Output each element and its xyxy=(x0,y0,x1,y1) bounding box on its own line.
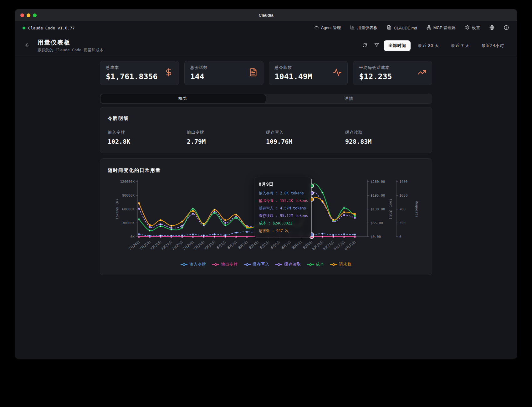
svg-text:$0.00: $0.00 xyxy=(371,235,381,239)
token-breakdown-card: 令牌明细 输入令牌 102.8K 输出令牌 2.79M 缓存写入 109.76M… xyxy=(100,107,432,153)
svg-text:8月5日: 8月5日 xyxy=(259,240,270,250)
stat-label: 平均每会话成本 xyxy=(359,65,392,70)
app-brand: Claude Code v1.0.77 xyxy=(23,26,75,30)
stat-value: $12.235 xyxy=(359,72,392,81)
stat-card-avg-cost-per-session: 平均每会话成本 $12.235 xyxy=(353,61,432,85)
refresh-button[interactable] xyxy=(360,41,369,50)
stat-value: $1,761.8356 xyxy=(106,72,158,81)
svg-text:$130.00: $130.00 xyxy=(371,207,385,211)
page-subtitle: 跟踪您的 Claude Code 用量和成本 xyxy=(38,48,103,53)
svg-text:350: 350 xyxy=(399,221,406,225)
filter-all-time[interactable]: 全部时间 xyxy=(384,40,411,51)
svg-text:30000K: 30000K xyxy=(122,221,135,225)
svg-text:7月31日: 7月31日 xyxy=(203,240,216,251)
back-button[interactable] xyxy=(23,41,32,50)
bar-chart-icon xyxy=(350,25,355,31)
page-title: 用量仪表板 xyxy=(38,39,103,47)
legend-item: 输出令牌 xyxy=(212,262,238,267)
svg-text:$260.00: $260.00 xyxy=(371,180,385,184)
info-icon xyxy=(504,25,509,31)
svg-text:60000K: 60000K xyxy=(122,207,135,211)
filter-button[interactable] xyxy=(372,41,381,50)
refresh-icon xyxy=(362,43,367,49)
trending-up-icon xyxy=(417,68,426,78)
nav-agent-manager[interactable]: Agent 管理 xyxy=(314,25,341,31)
nav-mcp-manager[interactable]: MCP 管理器 xyxy=(427,25,456,31)
token-item-output: 输出令牌 2.79M xyxy=(187,130,266,145)
arrow-left-icon xyxy=(24,42,30,49)
filter-last-7-days[interactable]: 最近 7 天 xyxy=(446,40,474,51)
activity-icon xyxy=(333,68,342,78)
svg-text:1050: 1050 xyxy=(399,193,408,198)
svg-text:8月12日: 8月12日 xyxy=(333,240,346,251)
tab-details[interactable]: 详情 xyxy=(266,94,432,103)
svg-text:8月10日: 8月10日 xyxy=(311,240,324,251)
svg-text:7月25日: 7月25日 xyxy=(139,240,151,251)
tooltip-row: 输入令牌 : 2.8K tokens xyxy=(259,191,306,196)
svg-text:90000K: 90000K xyxy=(122,193,135,198)
stat-card-total-sessions: 总会话数 144 xyxy=(184,61,263,85)
stat-label: 总令牌数 xyxy=(275,65,312,70)
svg-text:0: 0 xyxy=(399,235,402,239)
stat-label: 总会话数 xyxy=(190,65,208,70)
filter-last-24-hours[interactable]: 最近24小时 xyxy=(477,40,509,51)
svg-text:7月29日: 7月29日 xyxy=(182,240,195,251)
svg-text:Requests: Requests xyxy=(415,201,419,218)
svg-text:Tokens (K): Tokens (K) xyxy=(115,199,119,219)
filter-last-30-days[interactable]: 最近 30 天 xyxy=(413,40,444,51)
svg-text:8月8日: 8月8日 xyxy=(292,240,303,250)
svg-text:8月7日: 8月7日 xyxy=(281,240,292,250)
brand-version: Claude Code v1.0.77 xyxy=(28,26,75,30)
svg-text:0K: 0K xyxy=(130,235,135,239)
svg-text:8月4日: 8月4日 xyxy=(248,240,260,250)
chart-legend: 输入令牌输出令牌缓存写入缓存读取成本请求数 xyxy=(108,262,424,267)
svg-text:7月28日: 7月28日 xyxy=(171,240,184,251)
svg-text:8月11日: 8月11日 xyxy=(322,240,335,251)
svg-text:8月3日: 8月3日 xyxy=(238,240,249,250)
chart-title: 随时间变化的日常用量 xyxy=(108,167,424,173)
token-item-cache-write: 缓存写入 109.76M xyxy=(266,130,345,145)
tooltip-row: 输出令牌 : 155.3K tokens xyxy=(259,198,306,204)
legend-item: 成本 xyxy=(307,262,324,267)
legend-item: 缓存写入 xyxy=(243,262,269,267)
app-window: Claudia Claude Code v1.0.77 Agent 管理 用量仪… xyxy=(15,9,517,358)
nav-claude-md[interactable]: CLAUDE.md xyxy=(387,25,417,31)
globe-icon xyxy=(489,25,494,31)
token-item-input: 输入令牌 102.8K xyxy=(108,130,187,145)
language-button[interactable] xyxy=(489,25,494,31)
svg-text:7月30日: 7月30日 xyxy=(193,240,206,251)
page-header: 用量仪表板 跟踪您的 Claude Code 用量和成本 全部时间 最近 30 … xyxy=(15,34,517,57)
network-icon xyxy=(427,25,431,31)
tooltip-row: 成本 : $240.0021 xyxy=(259,221,306,226)
chart-tooltip: 8月9日 输入令牌 : 2.8K tokens输出令牌 : 155.3K tok… xyxy=(254,177,311,238)
tab-overview[interactable]: 概览 xyxy=(100,94,266,103)
token-breakdown-title: 令牌明细 xyxy=(108,116,424,121)
file-text-icon xyxy=(249,68,258,78)
svg-text:7月26日: 7月26日 xyxy=(150,240,162,251)
info-button[interactable] xyxy=(504,25,509,31)
svg-text:8月2日: 8月2日 xyxy=(227,240,238,250)
svg-text:8月1日: 8月1日 xyxy=(216,240,227,250)
menubar: Claude Code v1.0.77 Agent 管理 用量仪表板 CLAUD… xyxy=(15,21,517,34)
nav-settings[interactable]: 设置 xyxy=(465,25,480,31)
svg-text:120000K: 120000K xyxy=(120,180,135,184)
svg-text:7月24日: 7月24日 xyxy=(128,240,141,251)
dollar-icon xyxy=(164,68,173,78)
svg-text:8月13日: 8月13日 xyxy=(344,240,357,251)
tab-bar: 概览 详情 xyxy=(100,94,432,104)
stats-row: 总成本 $1,761.8356 总会话数 144 总令牌数 1041.49M xyxy=(100,61,432,85)
svg-text:700: 700 xyxy=(399,207,406,211)
legend-item: 请求数 xyxy=(330,262,352,267)
bot-icon xyxy=(314,25,319,31)
svg-text:$195.00: $195.00 xyxy=(371,193,385,198)
nav-usage-dashboard[interactable]: 用量仪表板 xyxy=(350,25,377,31)
svg-text:8月6日: 8月6日 xyxy=(270,240,281,250)
file-icon xyxy=(387,25,391,31)
tooltip-title: 8月9日 xyxy=(259,182,306,187)
tooltip-row: 缓存写入 : 4.57M tokens xyxy=(259,206,306,211)
svg-text:Cost (USD): Cost (USD) xyxy=(389,199,393,219)
tooltip-row: 请求数 : 947 次 xyxy=(259,228,306,234)
legend-item: 输入令牌 xyxy=(180,262,206,267)
stat-card-total-cost: 总成本 $1,761.8356 xyxy=(100,61,179,85)
status-dot xyxy=(23,27,25,29)
